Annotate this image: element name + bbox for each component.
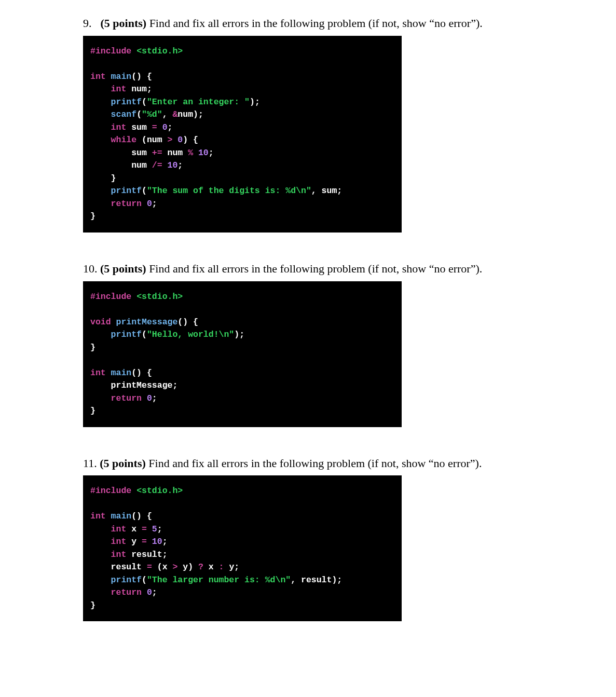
code-token-punc: ( [142,97,147,107]
code-token-indent [90,330,111,339]
question-10: 10. (5 points) Find and fix all errors i… [83,261,533,427]
code-token-type: int [90,511,111,521]
code-token-type: int [111,537,132,546]
code-token-num: 0 [177,135,183,145]
code-token-id: result [111,562,147,572]
code-token-id: y [131,537,142,546]
question-9-number: 9. [83,16,98,32]
code-token-punc: { [142,511,152,521]
code-token-op: & [172,110,177,119]
code-token-punc: ; [168,122,173,132]
code-token-str: "Hello, world!\n" [147,330,234,339]
code-token-hdr: <stdio.h> [136,292,183,302]
code-token-id: num [177,110,193,119]
code-token-id: num [131,84,147,94]
code-token-fn: printf [111,186,142,196]
code-token-punc: () [131,72,142,81]
code-token-punc: ); [234,330,244,339]
code-token-num: 0 [147,587,152,597]
code-token-id: num [168,148,188,158]
code-token-punc: ( [157,562,162,572]
code-token-pre: #include [90,292,136,302]
question-10-number: 10. [83,262,98,275]
code-token-op: = [147,562,157,572]
code-token-op: > [172,562,183,572]
code-token-num: 0 [147,393,152,403]
code-token-indent [90,122,111,132]
code-token-punc: { [188,317,198,327]
code-token-punc: ; [337,186,342,196]
code-token-punc: { [142,368,152,378]
code-token-punc: ) [193,110,198,119]
question-9-points: (5 points) [101,17,147,30]
code-token-str: "Enter an integer: " [147,97,250,107]
code-token-fn: printMessage [116,317,178,327]
question-11: 11. (5 points) Find and fix all errors i… [83,456,533,622]
code-token-pre: #include [90,486,136,496]
code-token-op: ? [198,562,209,572]
code-token-id: x [209,562,219,572]
code-token-id: x [131,524,142,534]
code-token-punc: ( [142,135,147,145]
code-token-kw: while [111,135,142,145]
code-token-fn: scanf [111,110,137,119]
code-token-id: x [162,562,173,572]
code-token-punc: ; [209,148,214,158]
question-10-prompt: 10. (5 points) Find and fix all errors i… [83,261,533,277]
code-token-num: 10 [198,148,209,158]
question-9-text: Find and fix all errors in the following… [146,17,483,30]
code-token-type: int [90,368,111,378]
code-block-10: #include <stdio.h> void printMessage() {… [83,281,402,427]
code-token-punc: , [162,110,173,119]
code-token-indent [90,562,111,572]
code-token-indent [90,550,111,559]
code-token-punc: ; [147,84,152,94]
code-token-id: sum [131,148,152,158]
question-9: 9. (5 points) Find and fix all errors in… [83,16,533,233]
code-token-id: sum [322,186,337,196]
code-token-indent [90,587,111,597]
code-token-fn: main [111,511,132,521]
code-token-punc: ( [142,575,147,585]
code-token-indent [90,199,111,209]
code-token-num: 10 [168,160,178,170]
code-token-str: "%d" [142,110,162,119]
code-token-op: > [168,135,178,145]
code-token-str: "The sum of the digits is: %d\n" [147,186,311,196]
code-token-indent [90,393,111,403]
code-token-punc: () [177,317,188,327]
code-token-punc: ) [188,562,198,572]
code-token-kw: return [111,587,147,597]
question-10-points: (5 points) [100,262,146,275]
code-token-punc: , [291,575,301,585]
code-token-id: num [131,160,152,170]
code-token-punc: ; [198,110,203,119]
question-9-prompt: 9. (5 points) Find and fix all errors in… [83,16,533,32]
code-token-indent [90,537,111,546]
code-token-kw: return [111,199,147,209]
code-token-id: result [131,550,162,559]
code-token-punc: ; [172,380,177,390]
code-token-hdr: <stdio.h> [136,46,183,56]
code-token-id: num [147,135,168,145]
code-token-indent [90,84,111,94]
code-token-num: 0 [162,122,168,132]
code-token-punc: ; [162,550,168,559]
code-token-indent [90,97,111,107]
code-token-punc: } [90,600,95,610]
code-token-indent [90,160,131,170]
code-token-punc: } [90,343,95,352]
code-token-id: sum [131,122,152,132]
code-token-punc: ); [332,575,342,585]
code-token-str: "The larger number is: %d\n" [147,575,291,585]
code-token-num: 5 [152,524,157,534]
code-token-fn: printf [111,575,142,585]
page-root: 9. (5 points) Find and fix all errors in… [0,0,616,642]
code-token-type: void [90,317,116,327]
code-token-punc: { [142,72,152,81]
code-token-id: result [301,575,332,585]
code-token-punc: , [311,186,322,196]
code-token-punc: ; [152,199,157,209]
code-token-op: % [188,148,198,158]
code-token-punc: } [90,406,95,416]
